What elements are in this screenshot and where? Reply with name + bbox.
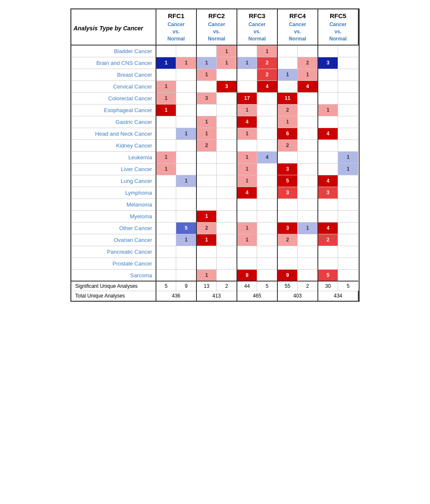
data-cell — [217, 151, 237, 163]
data-cell — [176, 269, 196, 281]
data-cell — [338, 80, 358, 92]
cancer-name-cell: Leukemia — [72, 151, 156, 163]
data-cell — [217, 210, 237, 222]
cancer-name-cell: Gastric Cancer — [72, 116, 156, 128]
data-cell — [156, 45, 176, 57]
data-cell: 1 — [237, 163, 257, 175]
data-cell — [298, 92, 318, 104]
data-cell — [338, 246, 358, 257]
data-cell: 4 — [237, 116, 257, 128]
data-cell — [196, 45, 217, 57]
data-cell: 1 — [176, 234, 196, 246]
data-cell — [196, 80, 217, 92]
data-cell — [217, 69, 237, 80]
data-cell: 2 — [318, 234, 338, 246]
table-row: Other Cancer521314 — [72, 222, 358, 234]
table-row: Lymphoma433 — [72, 187, 358, 198]
data-cell — [156, 116, 176, 128]
sig-value-cell: 44 — [237, 281, 257, 291]
data-cell — [338, 104, 358, 116]
data-cell — [277, 246, 298, 257]
data-cell — [176, 92, 196, 104]
data-cell — [196, 257, 217, 269]
data-cell: 2 — [277, 104, 298, 116]
data-cell — [298, 45, 318, 57]
data-cell — [257, 104, 277, 116]
data-cell: 1 — [196, 116, 217, 128]
table-row: Myeloma1 — [72, 210, 358, 222]
data-cell: 3 — [318, 57, 338, 69]
data-cell: 8 — [237, 269, 257, 281]
data-cell — [277, 257, 298, 269]
data-cell — [318, 151, 338, 163]
total-value-cell: 413 — [196, 291, 237, 301]
data-cell — [298, 104, 318, 116]
data-cell — [298, 198, 318, 210]
table-row: Head and Neck Cancer11164 — [72, 128, 358, 139]
data-cell — [156, 210, 176, 222]
data-cell — [318, 116, 338, 128]
rfc2-sub: Cancervs.Normal — [196, 20, 237, 45]
data-cell: 1 — [237, 151, 257, 163]
data-cell — [298, 187, 318, 198]
rfc1-sub: Cancervs.Normal — [156, 20, 196, 45]
data-cell — [237, 210, 257, 222]
data-cell — [176, 104, 196, 116]
data-cell: 1 — [196, 269, 217, 281]
rfc3-sub: Cancervs.Normal — [237, 20, 277, 45]
cancer-name-cell: Brain and CNS Cancer — [72, 57, 156, 69]
data-cell: 1 — [298, 69, 318, 80]
data-cell — [237, 246, 257, 257]
data-cell — [237, 257, 257, 269]
data-cell — [298, 151, 318, 163]
cancer-name-cell: Ovarian Cancer — [72, 234, 156, 246]
data-cell — [318, 92, 338, 104]
data-cell — [257, 198, 277, 210]
data-cell: 1 — [156, 104, 176, 116]
rfc3-header: RFC3 — [237, 10, 277, 21]
data-cell: 4 — [318, 222, 338, 234]
main-table-wrapper: Analysis Type by Cancer RFC1 RFC2 RFC3 R… — [70, 8, 360, 302]
data-cell — [156, 187, 176, 198]
data-cell — [196, 246, 217, 257]
data-cell — [257, 234, 277, 246]
data-cell — [196, 151, 217, 163]
data-cell — [257, 163, 277, 175]
data-cell — [338, 116, 358, 128]
data-cell — [257, 269, 277, 281]
data-cell: 17 — [237, 92, 257, 104]
data-cell — [176, 69, 196, 80]
sig-value-cell: 30 — [318, 281, 338, 291]
data-cell: 1 — [196, 234, 217, 246]
data-cell — [277, 57, 298, 69]
data-cell: 4 — [298, 80, 318, 92]
table-row: Ovarian Cancer11122 — [72, 234, 358, 246]
data-cell — [196, 175, 217, 187]
data-cell — [217, 187, 237, 198]
data-cell — [277, 80, 298, 92]
total-value-cell: 465 — [237, 291, 277, 301]
data-cell — [318, 163, 338, 175]
data-cell: 2 — [277, 139, 298, 151]
table-row: Pancreatic Cancer — [72, 246, 358, 257]
data-cell — [176, 116, 196, 128]
data-cell — [156, 257, 176, 269]
data-cell: 2 — [298, 57, 318, 69]
data-cell — [277, 45, 298, 57]
data-cell — [338, 45, 358, 57]
sig-value-cell: 9 — [176, 281, 196, 291]
data-cell — [298, 234, 318, 246]
data-cell — [176, 163, 196, 175]
data-cell: 3 — [277, 163, 298, 175]
cancer-name-cell: Kidney Cancer — [72, 139, 156, 151]
data-cell — [318, 80, 338, 92]
total-label: Total Unique Analyses — [72, 291, 156, 301]
data-cell: 1 — [277, 116, 298, 128]
data-cell: 5 — [318, 269, 338, 281]
data-cell — [176, 257, 196, 269]
data-cell — [176, 139, 196, 151]
data-cell — [156, 69, 176, 80]
data-cell — [176, 80, 196, 92]
data-cell: 9 — [277, 269, 298, 281]
sig-value-cell: 5 — [338, 281, 358, 291]
